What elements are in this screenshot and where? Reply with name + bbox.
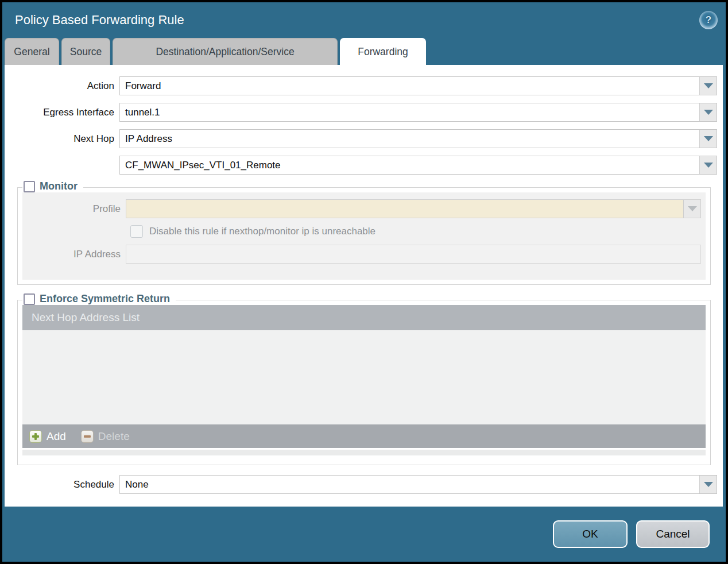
monitor-checkbox[interactable] [24, 181, 35, 192]
table-scrollbar-track [22, 450, 706, 455]
profile-row: Profile [22, 199, 701, 218]
add-button[interactable]: Add [29, 430, 66, 443]
forwarding-tab-panel: Action Forward Egress Interface tunnel.1… [5, 65, 723, 507]
disable-rule-checkbox [130, 225, 143, 238]
next-hop-address-list-toolbar: Add Delete [22, 424, 706, 448]
chevron-down-icon [704, 163, 713, 168]
egress-interface-dropdown[interactable]: tunnel.1 [119, 103, 717, 122]
egress-interface-dropdown-button[interactable] [699, 103, 717, 121]
monitor-ip-address-input [126, 245, 701, 264]
action-label: Action [5, 80, 119, 92]
disable-rule-row: Disable this rule if nexthop/monitor ip … [130, 225, 701, 238]
monitor-ip-address-label: IP Address [22, 249, 126, 260]
dialog-footer: OK Cancel [2, 507, 726, 562]
profile-label: Profile [22, 203, 126, 215]
monitor-legend-label: Monitor [40, 180, 78, 192]
action-value: Forward [120, 77, 699, 95]
monitor-ip-address-value [126, 245, 700, 263]
chevron-down-icon [704, 136, 713, 141]
delete-button: Delete [81, 430, 130, 443]
egress-interface-row: Egress Interface tunnel.1 [5, 103, 717, 122]
next-hop-address-list-table: Next Hop Address List Add Delete [22, 305, 706, 448]
schedule-label: Schedule [5, 479, 119, 490]
tab-destination-application-service[interactable]: Destination/Application/Service [113, 38, 338, 65]
chevron-down-icon [688, 206, 697, 211]
next-hop-type-value: IP Address [120, 130, 699, 148]
next-hop-address-value: CF_MWAN_IPsec_VTI_01_Remote [120, 156, 699, 174]
chevron-down-icon [704, 482, 713, 487]
tab-forwarding[interactable]: Forwarding [340, 38, 426, 65]
next-hop-type-dropdown[interactable]: IP Address [119, 129, 717, 148]
enforce-symmetric-return-checkbox[interactable] [24, 293, 35, 305]
chevron-down-icon [704, 83, 713, 88]
ok-button[interactable]: OK [553, 520, 628, 548]
tab-source[interactable]: Source [61, 38, 110, 65]
schedule-dropdown[interactable]: None [119, 475, 717, 494]
schedule-value: None [120, 476, 699, 493]
tab-general[interactable]: General [5, 38, 59, 65]
chevron-down-icon [704, 110, 713, 115]
tab-bar: General Source Destination/Application/S… [2, 38, 726, 65]
enforce-symmetric-return-legend-label: Enforce Symmetric Return [40, 293, 170, 305]
egress-interface-value: tunnel.1 [120, 103, 699, 121]
monitor-section: Monitor Profile Disable this rule if nex… [17, 187, 711, 285]
action-dropdown[interactable]: Forward [119, 76, 717, 95]
profile-dropdown [126, 199, 701, 218]
next-hop-label: Next Hop [5, 133, 119, 145]
schedule-row: Schedule None [5, 475, 717, 494]
schedule-dropdown-button[interactable] [699, 476, 717, 493]
dialog-titlebar: Policy Based Forwarding Rule ? [2, 2, 726, 38]
next-hop-address-dropdown-button[interactable] [699, 156, 717, 174]
profile-value [126, 200, 683, 218]
monitor-legend: Monitor [22, 180, 83, 192]
action-dropdown-button[interactable] [699, 77, 717, 95]
egress-interface-label: Egress Interface [5, 107, 119, 118]
enforce-symmetric-return-legend: Enforce Symmetric Return [22, 293, 176, 305]
action-row: Action Forward [5, 76, 717, 95]
disable-rule-label: Disable this rule if nexthop/monitor ip … [149, 226, 375, 237]
add-button-label: Add [47, 430, 66, 443]
next-hop-row: Next Hop IP Address [5, 129, 717, 148]
cancel-button[interactable]: Cancel [636, 520, 710, 548]
next-hop-address-list-header: Next Hop Address List [22, 305, 706, 330]
policy-based-forwarding-dialog: Policy Based Forwarding Rule ? General S… [0, 0, 728, 564]
next-hop-address-row: CF_MWAN_IPsec_VTI_01_Remote [5, 156, 717, 175]
next-hop-address-dropdown[interactable]: CF_MWAN_IPsec_VTI_01_Remote [119, 156, 717, 175]
monitor-ip-address-row: IP Address [22, 245, 701, 264]
help-icon[interactable]: ? [699, 11, 718, 29]
enforce-symmetric-return-section: Enforce Symmetric Return Next Hop Addres… [17, 300, 711, 465]
monitor-panel: Profile Disable this rule if nexthop/mon… [22, 192, 706, 280]
profile-dropdown-button [683, 200, 700, 218]
delete-button-label: Delete [98, 430, 130, 443]
minus-icon [81, 430, 94, 443]
next-hop-type-dropdown-button[interactable] [699, 130, 717, 148]
next-hop-address-list-body[interactable] [22, 330, 706, 424]
plus-icon [29, 430, 42, 443]
dialog-title: Policy Based Forwarding Rule [15, 13, 699, 28]
